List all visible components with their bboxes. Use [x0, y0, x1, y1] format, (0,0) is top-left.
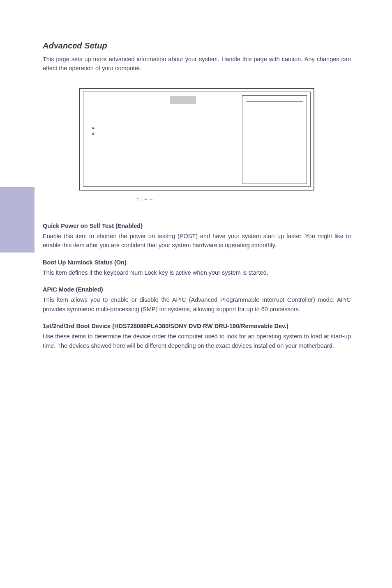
- bios-active-tab: [170, 96, 196, 104]
- section-title: Advanced Setup: [43, 41, 351, 51]
- bios-inner-frame: ▸▸: [83, 92, 311, 187]
- chapter-tab: [0, 187, 35, 253]
- item-body: This item allows you to enable or disabl…: [43, 295, 351, 314]
- page: Advanced Setup This page sets up more ad…: [0, 0, 392, 588]
- bios-help-panel: [242, 95, 307, 184]
- item-heading: 1st/2nd/3rd Boot Device (HDS728080PLA380…: [43, 323, 351, 329]
- left-gutter: [0, 0, 35, 588]
- item-heading: Quick Power on Self Test (Enabled): [43, 223, 351, 229]
- item-body: Use these items to determine the device …: [43, 332, 351, 350]
- item-body: This item defines if the keyboard Num Lo…: [43, 268, 351, 277]
- item-heading: APIC Mode (Enabled): [43, 286, 351, 293]
- bios-screenshot-wrap: ▸▸: [43, 88, 351, 191]
- nav-legend: ↑↓→←: [136, 196, 351, 202]
- content-column: Advanced Setup This page sets up more ad…: [35, 0, 392, 588]
- intro-paragraph: This page sets up more advanced informat…: [43, 55, 351, 73]
- item-body: Enable this item to shorten the power on…: [43, 232, 351, 250]
- bios-outer-frame: ▸▸: [79, 88, 314, 191]
- bios-submenu-markers: ▸▸: [92, 125, 95, 137]
- item-heading: Boot Up Numlock Status (On): [43, 259, 351, 266]
